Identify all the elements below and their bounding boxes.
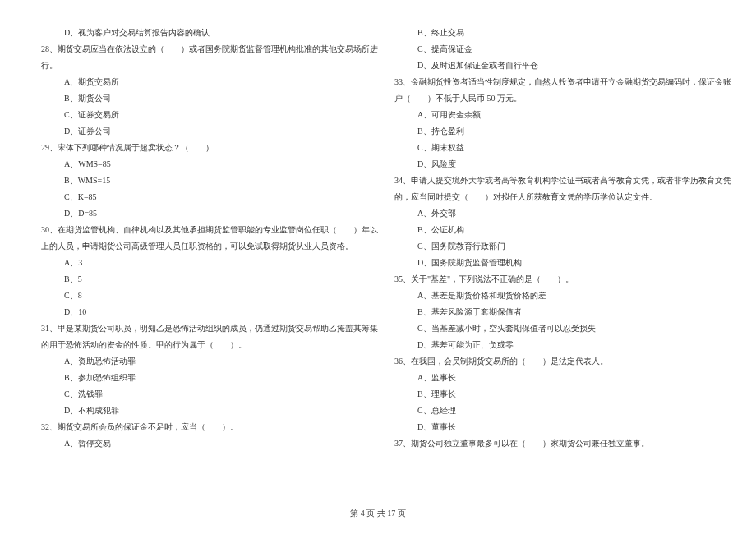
option-line: B、持仓盈利 [394, 123, 715, 140]
document-content: D、视为客户对交易结算报告内容的确认28、期货交易应当在依法设立的（ ）或者国务… [0, 25, 756, 452]
option-line: C、证券交易所 [41, 107, 362, 123]
option-line: C、8 [41, 288, 362, 304]
option-line: A、3 [41, 255, 362, 271]
option-line: D、董事长 [394, 419, 715, 435]
option-line: D、不构成犯罪 [41, 403, 362, 419]
question-line: 37、期货公司独立董事最多可以在（ ）家期货公司兼任独立董事。 [394, 435, 715, 452]
option-line: B、理事长 [394, 386, 715, 403]
option-line: D、国务院期货监督管理机构 [394, 255, 715, 271]
question-line: 的用于恐怖活动的资金的性质。甲的行为属于（ ）。 [41, 337, 362, 353]
question-line: 28、期货交易应当在依法设立的（ ）或者国务院期货监督管理机构批准的其他交易场所… [41, 41, 362, 58]
question-line: 34、申请人提交境外大学或者高等教育机构学位证书或者高等教育文凭，或者非学历教育… [394, 173, 715, 189]
question-line: 30、在期货监管机构、自律机构以及其他承担期货监管职能的专业监管岗位任职（ ）年… [41, 222, 362, 238]
option-line: A、资助恐怖活动罪 [41, 353, 362, 370]
option-line: B、基差风险源于套期保值者 [394, 304, 715, 320]
question-line: 行。 [41, 58, 362, 74]
option-line: D、风险度 [394, 156, 715, 173]
option-line: B、公证机构 [394, 222, 715, 238]
right-column: B、终止交易C、提高保证金D、及时追加保证金或者自行平仓33、金融期货投资者适当… [378, 25, 731, 452]
question-line: 33、金融期货投资者适当性制度规定，自然人投资者申请开立金融期货交易编码时，保证… [394, 74, 715, 90]
option-line: C、当基差减小时，空头套期保值者可以忍受损失 [394, 320, 715, 337]
option-line: A、基差是期货价格和现货价格的差 [394, 288, 715, 304]
question-line: 上的人员，申请期货公司高级管理人员任职资格的，可以免试取得期货从业人员资格。 [41, 238, 362, 255]
option-line: C、洗钱罪 [41, 386, 362, 403]
option-line: A、暂停交易 [41, 435, 362, 452]
option-line: B、参加恐怖组织罪 [41, 370, 362, 386]
option-line: C、提高保证金 [394, 41, 715, 58]
option-line: D、10 [41, 304, 362, 320]
option-line: B、终止交易 [394, 25, 715, 41]
option-line: C、国务院教育行政部门 [394, 238, 715, 255]
option-line: A、期货交易所 [41, 74, 362, 90]
page-footer: 第 4 页 共 17 页 [0, 508, 756, 519]
option-line: A、WMS=85 [41, 156, 362, 173]
question-line: 户（ ）不低于人民币 50 万元。 [394, 90, 715, 107]
question-line: 36、在我国，会员制期货交易所的（ ）是法定代表人。 [394, 353, 715, 370]
option-line: B、期货公司 [41, 90, 362, 107]
option-line: A、监事长 [394, 370, 715, 386]
question-line: 32、期货交易所会员的保证金不足时，应当（ ）。 [41, 419, 362, 435]
option-line: D、视为客户对交易结算报告内容的确认 [41, 25, 362, 41]
option-line: C、期末权益 [394, 140, 715, 156]
left-column: D、视为客户对交易结算报告内容的确认28、期货交易应当在依法设立的（ ）或者国务… [25, 25, 378, 452]
question-line: 31、甲是某期货公司职员，明知乙是恐怖活动组织的成员，仍通过期货交易帮助乙掩盖其… [41, 320, 362, 337]
option-line: D、证券公司 [41, 123, 362, 140]
option-line: D、基差可能为正、负或零 [394, 337, 715, 353]
option-line: C、总经理 [394, 403, 715, 419]
option-line: A、外交部 [394, 205, 715, 222]
question-line: 的，应当同时提交（ ）对拟任人所获教育文凭的学历学位认定文件。 [394, 189, 715, 205]
option-line: A、可用资金余额 [394, 107, 715, 123]
question-line: 35、关于"基差"，下列说法不正确的是（ ）。 [394, 271, 715, 288]
option-line: D、D=85 [41, 205, 362, 222]
option-line: D、及时追加保证金或者自行平仓 [394, 58, 715, 74]
question-line: 29、宋体下列哪种情况属于超卖状态？（ ） [41, 140, 362, 156]
option-line: B、5 [41, 271, 362, 288]
option-line: B、WMS=15 [41, 173, 362, 189]
option-line: C、K=85 [41, 189, 362, 205]
